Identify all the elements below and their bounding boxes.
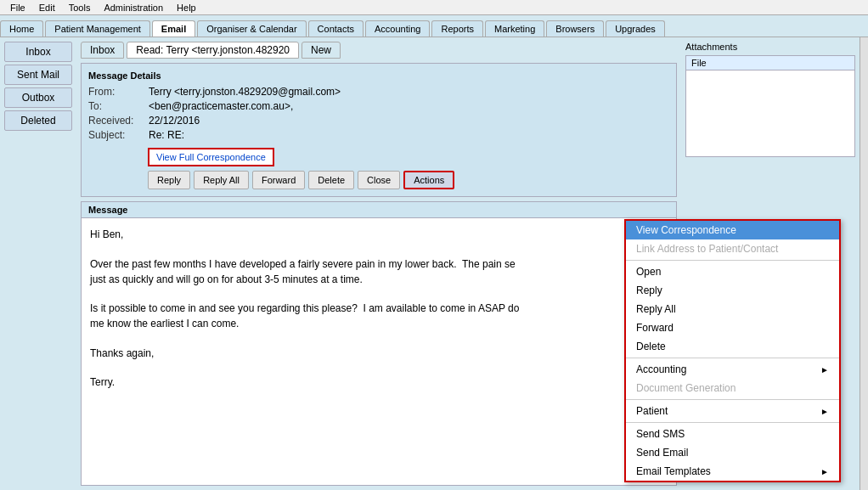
received-row: Received: 22/12/2016 [88,115,669,127]
ctx-send-sms[interactable]: Send SMS [626,425,839,443]
ctx-reply-label: Reply [636,284,662,296]
tab-browsers[interactable]: Browsers [546,20,604,37]
tab-home[interactable]: Home [0,20,43,37]
ctx-accounting-arrow: ► [820,365,829,375]
received-value: 22/12/2016 [149,115,200,127]
ctx-email-templates-label: Email Templates [636,465,711,477]
ctx-forward[interactable]: Forward [626,318,839,337]
forward-button[interactable]: Forward [252,171,305,189]
ctx-accounting-label: Accounting [636,363,686,375]
menu-file[interactable]: File [3,3,32,13]
ctx-forward-label: Forward [636,322,674,334]
message-body-panel: Message Hi Ben, Over the past few months… [81,201,677,486]
actions-button[interactable]: Actions [403,171,454,189]
tab-bar: Home Patient Management Email Organiser … [0,15,868,37]
tab-organiser[interactable]: Organiser & Calendar [197,20,306,37]
sidebar-item-inbox[interactable]: Inbox [4,42,72,62]
ctx-email-templates[interactable]: Email Templates ► [626,462,839,481]
message-details-title: Message Details [88,70,669,81]
close-button[interactable]: Close [358,171,400,189]
to-row: To: <ben@practicemaster.com.au>, [88,100,669,112]
tab-marketing[interactable]: Marketing [485,20,544,37]
ctx-send-sms-label: Send SMS [636,428,685,440]
ctx-divider-3 [626,399,839,400]
ctx-open-label: Open [636,266,661,278]
from-label: From: [88,86,144,98]
tab-upgrades[interactable]: Upgrades [606,20,665,37]
menu-edit[interactable]: Edit [32,3,62,13]
menu-help[interactable]: Help [170,3,203,13]
subject-label: Subject: [88,129,144,141]
inner-tab-read[interactable]: Read: Terry <terry.jonston.482920 [127,42,299,59]
ctx-reply[interactable]: Reply [626,281,839,300]
reply-all-button[interactable]: Reply All [194,171,249,189]
ctx-divider-2 [626,358,839,358]
ctx-patient-arrow: ► [820,407,829,416]
ctx-reply-all[interactable]: Reply All [626,300,839,318]
sidebar: Inbox Sent Mail Outbox Deleted [0,37,76,490]
subject-row: Subject: Re: RE: [88,129,669,141]
ctx-send-email-label: Send Email [636,447,688,459]
to-label: To: [88,100,144,112]
ctx-divider-4 [626,422,839,423]
ctx-send-email[interactable]: Send Email [626,443,839,462]
menu-administration[interactable]: Administration [97,3,170,13]
ctx-link-address: Link Address to Patient/Contact [626,239,839,258]
ctx-document-generation-label: Document Generation [636,382,736,394]
scrollbar[interactable] [860,37,868,490]
subject-value: Re: RE: [149,129,184,141]
attachments-file-header: File [686,56,854,70]
delete-button[interactable]: Delete [308,171,354,189]
tab-accounting[interactable]: Accounting [365,20,430,37]
ctx-accounting[interactable]: Accounting ► [626,360,839,379]
attachments-section: Attachments File [685,42,855,157]
ctx-reply-all-label: Reply All [636,303,676,315]
attachments-list: File [685,55,855,157]
ctx-view-correspondence[interactable]: View Correspondence [626,221,839,239]
menu-tools[interactable]: Tools [62,3,98,13]
ctx-delete[interactable]: Delete [626,337,839,356]
content-area: Inbox Read: Terry <terry.jonston.482920 … [76,37,681,490]
tab-contacts[interactable]: Contacts [308,20,364,37]
reply-button[interactable]: Reply [148,171,190,189]
tab-patient-management[interactable]: Patient Management [45,20,150,37]
from-row: From: Terry <terry.jonston.4829209@gmail… [88,86,669,98]
inner-tab-new[interactable]: New [302,42,341,59]
ctx-link-address-label: Link Address to Patient/Contact [636,243,778,255]
menu-bar: File Edit Tools Administration Help [0,0,868,15]
sidebar-item-deleted[interactable]: Deleted [4,110,72,131]
ctx-patient[interactable]: Patient ► [626,402,839,420]
from-value: Terry <terry.jonston.4829209@gmail.com> [149,86,341,98]
ctx-patient-label: Patient [636,405,668,417]
sidebar-item-outbox[interactable]: Outbox [4,87,72,108]
ctx-delete-label: Delete [636,341,666,352]
ctx-email-templates-arrow: ► [820,467,829,476]
view-full-correspondence-button[interactable]: View Full Correspondence [148,148,274,166]
inner-tab-bar: Inbox Read: Terry <terry.jonston.482920 … [81,42,677,59]
sidebar-item-sent-mail[interactable]: Sent Mail [4,65,72,85]
message-body-title: Message [82,202,676,218]
attachments-title: Attachments [685,42,855,52]
inner-tab-inbox[interactable]: Inbox [81,42,124,59]
message-details-panel: Message Details From: Terry <terry.jonst… [81,63,677,197]
ctx-open[interactable]: Open [626,262,839,281]
action-buttons-row: Reply Reply All Forward Delete Close Act… [148,171,669,189]
received-label: Received: [88,115,144,127]
tab-email[interactable]: Email [152,20,195,37]
ctx-document-generation: Document Generation [626,379,839,397]
ctx-divider-1 [626,260,839,261]
message-body-content: Hi Ben, Over the past few months I have … [82,218,676,398]
context-menu: View Correspondence Link Address to Pati… [624,219,841,482]
to-value: <ben@practicemaster.com.au>, [149,100,293,112]
ctx-view-correspondence-label: View Correspondence [636,224,736,236]
tab-reports[interactable]: Reports [431,20,483,37]
